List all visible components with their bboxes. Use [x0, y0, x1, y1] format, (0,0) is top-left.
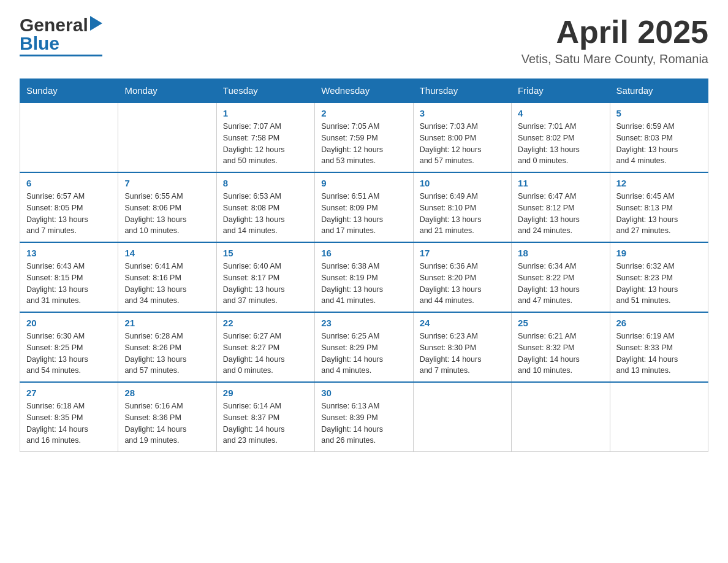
title-area: April 2025 Vetis, Satu Mare County, Roma…: [521, 15, 708, 66]
calendar-cell-w4-d4: 23Sunrise: 6:25 AMSunset: 8:29 PMDayligh…: [315, 312, 413, 382]
week-row-1: 1Sunrise: 7:07 AMSunset: 7:58 PMDaylight…: [20, 102, 708, 172]
day-info: Sunrise: 6:30 AMSunset: 8:25 PMDaylight:…: [26, 331, 112, 377]
day-number: 24: [420, 318, 505, 328]
logo-blue-text: Blue: [20, 33, 59, 54]
day-info: Sunrise: 6:21 AMSunset: 8:32 PMDaylight:…: [518, 331, 603, 377]
day-info: Sunrise: 6:53 AMSunset: 8:08 PMDaylight:…: [223, 191, 308, 237]
day-number: 5: [616, 108, 702, 118]
header-friday: Friday: [512, 79, 610, 103]
header-tuesday: Tuesday: [216, 79, 314, 103]
calendar-cell-w2-d6: 11Sunrise: 6:47 AMSunset: 8:12 PMDayligh…: [512, 172, 610, 242]
header-sunday: Sunday: [20, 79, 118, 103]
day-number: 19: [616, 248, 702, 258]
day-number: 23: [321, 318, 406, 328]
day-info: Sunrise: 6:16 AMSunset: 8:36 PMDaylight:…: [124, 400, 210, 446]
day-info: Sunrise: 6:45 AMSunset: 8:13 PMDaylight:…: [616, 191, 702, 237]
calendar-cell-w1-d6: 4Sunrise: 7:01 AMSunset: 8:02 PMDaylight…: [512, 102, 610, 172]
day-info: Sunrise: 6:40 AMSunset: 8:17 PMDaylight:…: [223, 261, 308, 307]
day-number: 17: [420, 248, 505, 258]
day-info: Sunrise: 6:38 AMSunset: 8:19 PMDaylight:…: [321, 261, 406, 307]
day-info: Sunrise: 6:23 AMSunset: 8:30 PMDaylight:…: [420, 331, 505, 377]
day-info: Sunrise: 6:51 AMSunset: 8:09 PMDaylight:…: [321, 191, 406, 237]
day-number: 14: [124, 248, 210, 258]
logo-general-text: General: [20, 15, 88, 36]
day-number: 4: [518, 108, 603, 118]
day-number: 28: [124, 388, 210, 398]
day-info: Sunrise: 6:36 AMSunset: 8:20 PMDaylight:…: [420, 261, 505, 307]
calendar-cell-w2-d3: 8Sunrise: 6:53 AMSunset: 8:08 PMDaylight…: [216, 172, 314, 242]
calendar-cell-w4-d5: 24Sunrise: 6:23 AMSunset: 8:30 PMDayligh…: [413, 312, 511, 382]
calendar-cell-w1-d3: 1Sunrise: 7:07 AMSunset: 7:58 PMDaylight…: [216, 102, 314, 172]
calendar-cell-w4-d3: 22Sunrise: 6:27 AMSunset: 8:27 PMDayligh…: [216, 312, 314, 382]
header-thursday: Thursday: [413, 79, 511, 103]
day-number: 11: [518, 178, 603, 188]
calendar-cell-w2-d4: 9Sunrise: 6:51 AMSunset: 8:09 PMDaylight…: [315, 172, 413, 242]
day-number: 15: [223, 248, 308, 258]
day-number: 1: [223, 108, 308, 118]
day-number: 7: [124, 178, 210, 188]
day-number: 10: [420, 178, 505, 188]
week-row-3: 13Sunrise: 6:43 AMSunset: 8:15 PMDayligh…: [20, 242, 708, 312]
day-number: 3: [420, 108, 505, 118]
calendar-cell-w5-d5: [413, 382, 511, 452]
day-number: 30: [321, 388, 406, 398]
calendar-cell-w3-d3: 15Sunrise: 6:40 AMSunset: 8:17 PMDayligh…: [216, 242, 314, 312]
day-info: Sunrise: 6:57 AMSunset: 8:05 PMDaylight:…: [26, 191, 112, 237]
calendar-cell-w2-d5: 10Sunrise: 6:49 AMSunset: 8:10 PMDayligh…: [413, 172, 511, 242]
week-row-4: 20Sunrise: 6:30 AMSunset: 8:25 PMDayligh…: [20, 312, 708, 382]
days-header-row: Sunday Monday Tuesday Wednesday Thursday…: [20, 79, 708, 103]
calendar-cell-w1-d1: [20, 102, 118, 172]
day-info: Sunrise: 6:18 AMSunset: 8:35 PMDaylight:…: [26, 400, 112, 446]
day-info: Sunrise: 7:05 AMSunset: 7:59 PMDaylight:…: [321, 121, 406, 167]
calendar-cell-w1-d5: 3Sunrise: 7:03 AMSunset: 8:00 PMDaylight…: [413, 102, 511, 172]
calendar-cell-w3-d4: 16Sunrise: 6:38 AMSunset: 8:19 PMDayligh…: [315, 242, 413, 312]
day-number: 9: [321, 178, 406, 188]
day-number: 22: [223, 318, 308, 328]
logo: General Blue: [20, 15, 102, 56]
header-saturday: Saturday: [610, 79, 708, 103]
page-header: General Blue April 2025 Vetis, Satu Mare…: [20, 15, 708, 66]
day-number: 16: [321, 248, 406, 258]
calendar-cell-w4-d2: 21Sunrise: 6:28 AMSunset: 8:26 PMDayligh…: [118, 312, 216, 382]
week-row-5: 27Sunrise: 6:18 AMSunset: 8:35 PMDayligh…: [20, 382, 708, 452]
day-info: Sunrise: 6:55 AMSunset: 8:06 PMDaylight:…: [124, 191, 210, 237]
day-number: 6: [26, 178, 112, 188]
day-info: Sunrise: 7:01 AMSunset: 8:02 PMDaylight:…: [518, 121, 603, 167]
day-info: Sunrise: 6:34 AMSunset: 8:22 PMDaylight:…: [518, 261, 603, 307]
day-number: 27: [26, 388, 112, 398]
calendar-table: Sunday Monday Tuesday Wednesday Thursday…: [20, 79, 708, 452]
day-number: 20: [26, 318, 112, 328]
day-number: 2: [321, 108, 406, 118]
day-number: 26: [616, 318, 702, 328]
calendar-cell-w2-d2: 7Sunrise: 6:55 AMSunset: 8:06 PMDaylight…: [118, 172, 216, 242]
day-info: Sunrise: 6:49 AMSunset: 8:10 PMDaylight:…: [420, 191, 505, 237]
calendar-cell-w2-d7: 12Sunrise: 6:45 AMSunset: 8:13 PMDayligh…: [610, 172, 708, 242]
calendar-cell-w5-d2: 28Sunrise: 6:16 AMSunset: 8:36 PMDayligh…: [118, 382, 216, 452]
calendar-cell-w4-d1: 20Sunrise: 6:30 AMSunset: 8:25 PMDayligh…: [20, 312, 118, 382]
calendar-cell-w1-d7: 5Sunrise: 6:59 AMSunset: 8:03 PMDaylight…: [610, 102, 708, 172]
day-info: Sunrise: 6:32 AMSunset: 8:23 PMDaylight:…: [616, 261, 702, 307]
calendar-cell-w5-d1: 27Sunrise: 6:18 AMSunset: 8:35 PMDayligh…: [20, 382, 118, 452]
week-row-2: 6Sunrise: 6:57 AMSunset: 8:05 PMDaylight…: [20, 172, 708, 242]
calendar-cell-w5-d4: 30Sunrise: 6:13 AMSunset: 8:39 PMDayligh…: [315, 382, 413, 452]
calendar-cell-w3-d5: 17Sunrise: 6:36 AMSunset: 8:20 PMDayligh…: [413, 242, 511, 312]
day-info: Sunrise: 6:28 AMSunset: 8:26 PMDaylight:…: [124, 331, 210, 377]
calendar-cell-w3-d6: 18Sunrise: 6:34 AMSunset: 8:22 PMDayligh…: [512, 242, 610, 312]
calendar-cell-w2-d1: 6Sunrise: 6:57 AMSunset: 8:05 PMDaylight…: [20, 172, 118, 242]
day-info: Sunrise: 6:25 AMSunset: 8:29 PMDaylight:…: [321, 331, 406, 377]
day-info: Sunrise: 6:14 AMSunset: 8:37 PMDaylight:…: [223, 400, 308, 446]
calendar-cell-w3-d7: 19Sunrise: 6:32 AMSunset: 8:23 PMDayligh…: [610, 242, 708, 312]
day-info: Sunrise: 6:19 AMSunset: 8:33 PMDaylight:…: [616, 331, 702, 377]
day-info: Sunrise: 6:27 AMSunset: 8:27 PMDaylight:…: [223, 331, 308, 377]
header-monday: Monday: [118, 79, 216, 103]
calendar-cell-w4-d6: 25Sunrise: 6:21 AMSunset: 8:32 PMDayligh…: [512, 312, 610, 382]
day-number: 21: [124, 318, 210, 328]
calendar-cell-w5-d7: [610, 382, 708, 452]
calendar-cell-w1-d4: 2Sunrise: 7:05 AMSunset: 7:59 PMDaylight…: [315, 102, 413, 172]
calendar-cell-w5-d6: [512, 382, 610, 452]
header-wednesday: Wednesday: [315, 79, 413, 103]
day-info: Sunrise: 6:41 AMSunset: 8:16 PMDaylight:…: [124, 261, 210, 307]
day-number: 8: [223, 178, 308, 188]
day-number: 13: [26, 248, 112, 258]
logo-underline: [20, 55, 102, 56]
